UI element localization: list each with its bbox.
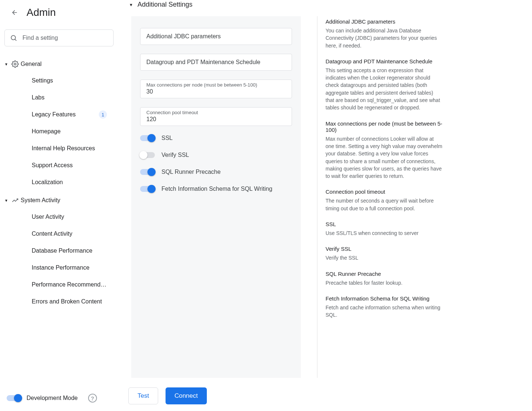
nav-item-settings[interactable]: Settings [3,72,114,89]
help-body: Use SSL/TLS when connecting to server [326,229,442,237]
page-title: Admin [27,7,56,18]
field-placeholder: Additional JDBC parameters [146,33,221,40]
help-title: SQL Runner Precache [326,271,442,277]
help-block: Fetch Information Schema for SQL Writing… [326,295,442,319]
help-title: Datagroup and PDT Maintenance Schedule [326,58,442,64]
verify-ssl-toggle[interactable] [140,152,155,158]
field-label: Max connections per node (must be betwee… [146,82,286,88]
sidebar-header: Admin [0,0,118,27]
nav-group-title: System Activity [21,197,60,204]
help-block: Max connections per node (must be betwee… [326,120,442,180]
nav-item-homepage[interactable]: Homepage [3,123,114,140]
caret-down-icon: ▼ [3,62,10,66]
nav-group-header-system[interactable]: ▼ System Activity [3,192,114,208]
help-title: Additional JDBC parameters [326,18,442,25]
ssl-toggle[interactable] [140,135,155,141]
help-block: SQL Runner Precache Precache tables for … [326,271,442,287]
nav-item-labs[interactable]: Labs [3,89,114,106]
toggle-row-ssl: SSL [140,135,292,141]
arrow-left-icon [11,9,18,16]
nav-group-title: General [21,61,42,67]
fetch-schema-toggle[interactable] [140,186,155,192]
field-placeholder: Datagroup and PDT Maintenance Schedule [146,59,260,66]
field-jdbc-params[interactable]: Additional JDBC parameters [140,28,292,45]
nav-item-perf-recommend[interactable]: Performance Recommend… [3,276,114,293]
help-body: Verify the SSL [326,254,442,261]
nav-item-errors[interactable]: Errors and Broken Content [3,293,114,310]
svg-point-0 [11,35,15,40]
dev-mode-label: Development Mode [27,395,78,401]
field-value: 30 [146,88,286,95]
main: ▼ Additional Settings Additional JDBC pa… [118,0,532,411]
activity-icon [10,197,21,204]
caret-down-icon: ▼ [3,199,10,203]
help-title: Max connections per node (must be betwee… [326,120,442,133]
toggle-label: Fetch Information Schema for SQL Writing [161,186,272,192]
nav-item-legacy-features[interactable]: Legacy Features1 [3,106,114,123]
help-body: This setting accepts a cron expression t… [326,67,442,112]
help-block: Verify SSL Verify the SSL [326,246,442,261]
toggle-row-sql-precache: SQL Runner Precache [140,169,292,175]
toggle-label: SQL Runner Precache [161,169,220,175]
search-box[interactable] [4,29,114,46]
nav-group-header-general[interactable]: ▼ General [3,56,114,72]
nav-item-db-performance[interactable]: Database Performance [3,242,114,259]
nav-item-internal-help[interactable]: Internal Help Resources [3,140,114,157]
nav-item-localization[interactable]: Localization [3,174,114,191]
search-icon [10,34,17,42]
form-pane: Additional JDBC parameters Datagroup and… [131,16,301,378]
toggle-label: Verify SSL [161,152,189,158]
connect-button[interactable]: Connect [166,387,206,404]
help-body: You can include additional Java Database… [326,27,442,49]
help-block: Datagroup and PDT Maintenance Schedule T… [326,58,442,112]
test-button[interactable]: Test [128,387,158,404]
nav-scroll[interactable]: ▼ General Settings Labs Legacy Features1… [0,55,118,385]
nav-item-content-activity[interactable]: Content Activity [3,225,114,242]
nav-group-system-activity: ▼ System Activity User Activity Content … [0,192,118,311]
nav-item-support-access[interactable]: Support Access [3,157,114,174]
sidebar-footer: Development Mode ? [0,385,118,411]
help-pane: Additional JDBC parameters You can inclu… [317,16,442,378]
help-title: Connection pool timeout [326,189,442,195]
help-block: Connection pool timeout The number of se… [326,189,442,212]
toggle-row-fetch-schema: Fetch Information Schema for SQL Writing [140,186,292,192]
footer-actions: Test Connect [128,387,207,404]
field-datagroup-schedule[interactable]: Datagroup and PDT Maintenance Schedule [140,54,292,71]
nav-badge: 1 [99,110,107,119]
toggle-label: SSL [161,135,173,141]
caret-down-icon: ▼ [129,3,133,7]
section-header[interactable]: ▼ Additional Settings [118,0,532,14]
section-title: Additional Settings [138,1,192,8]
help-block: SSL Use SSL/TLS when connecting to serve… [326,221,442,237]
search-input[interactable] [22,35,108,41]
sidebar: Admin ▼ General Settings Labs Legacy Fea… [0,0,118,411]
help-body: Precache tables for faster lookup. [326,279,442,287]
field-label: Connection pool timeout [146,110,286,115]
help-body: The number of seconds a query will wait … [326,197,442,212]
toggle-row-verify-ssl: Verify SSL [140,152,292,158]
help-title: Verify SSL [326,246,442,252]
dev-mode-toggle[interactable] [7,395,21,401]
help-title: SSL [326,221,442,227]
gear-icon [10,60,21,68]
nav-item-user-activity[interactable]: User Activity [3,208,114,225]
help-block: Additional JDBC parameters You can inclu… [326,18,442,49]
field-value: 120 [146,116,286,123]
nav-item-instance-performance[interactable]: Instance Performance [3,259,114,276]
field-pool-timeout[interactable]: Connection pool timeout 120 [140,107,292,126]
nav-group-general: ▼ General Settings Labs Legacy Features1… [0,55,118,192]
field-max-connections[interactable]: Max connections per node (must be betwee… [140,80,292,98]
help-body: Fetch and cache information schema when … [326,304,442,319]
svg-point-1 [14,63,16,65]
sql-precache-toggle[interactable] [140,169,155,175]
help-body: Max number of connections Looker will al… [326,135,442,180]
help-icon[interactable]: ? [88,394,97,403]
back-button[interactable] [10,8,19,17]
help-title: Fetch Information Schema for SQL Writing [326,295,442,302]
